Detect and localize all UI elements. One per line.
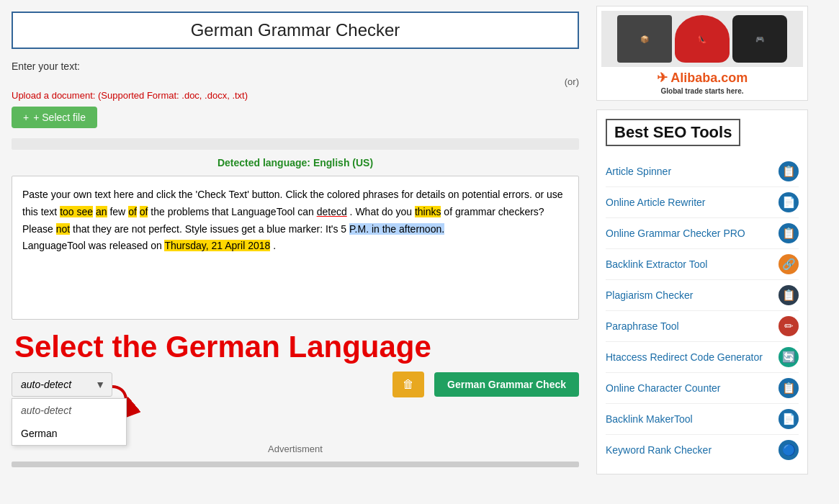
text-period: . [273,240,276,251]
seo-label-character-counter: Online Character Counter [606,382,779,394]
text-problems: the problems that LanguageTool can [151,206,316,217]
htaccess-redirect-icon: 🔄 [779,347,799,367]
seo-label-online-article-rewriter: Online Article Rewriter [606,197,779,208]
check-btn-bar [12,138,579,150]
main-content: German Grammar Checker Enter your text: … [0,0,591,480]
seo-tools-box: Best SEO Tools Article Spinner 📋 Online … [596,109,808,474]
plus-icon: + [23,112,29,123]
grammar-check-label: German Grammar Check [447,379,566,390]
seo-item-plagiarism-checker[interactable]: Plagiarism Checker 📋 [606,280,799,311]
product-box-icon: 📦 [617,15,672,63]
backlink-extractor-icon: 🔗 [779,254,799,274]
product-shoe-icon: 👠 [675,15,730,63]
seo-item-grammar-checker-pro[interactable]: Online Grammar Checker PRO 📋 [606,218,799,249]
highlight-too-see[interactable]: too see [60,206,93,217]
select-file-label: + Select file [33,112,86,123]
text-few: few [109,206,128,217]
select-file-button[interactable]: + + Select file [12,107,97,128]
upload-label: Upload a document: (Supported Format: .d… [12,90,579,101]
keyword-rank-checker-icon: 🔵 [779,440,799,460]
highlight-not[interactable]: not [56,223,70,235]
online-article-rewriter-icon: 📄 [779,192,799,212]
alibaba-tagline: Global trade starts here. [660,87,743,95]
grammar-check-button[interactable]: German Grammar Check [434,372,579,397]
seo-item-htaccess-redirect[interactable]: Htaccess Redirect Code Generator 🔄 [606,342,799,373]
sample-text-line1: Paste your own text here and click the '… [22,189,532,200]
overlay-text: Select the German Language [14,330,579,364]
ad-banner: 📦 👠 🎮 ✈ Alibaba.com Global trade starts … [596,6,808,101]
seo-label-htaccess-redirect: Htaccess Redirect Code Generator [606,351,779,363]
seo-item-online-article-rewriter[interactable]: Online Article Rewriter 📄 [606,187,799,218]
highlight-thinks[interactable]: thinks [415,206,441,217]
seo-label-plagiarism-checker: Plagiarism Checker [606,289,779,301]
seo-label-backlink-extractor: Backlink Extractor Tool [606,258,779,270]
paraphrase-tool-icon: ✏ [779,316,799,336]
language-dropdown-popup: auto-detect German [12,398,127,446]
page-title: German Grammar Checker [20,20,570,40]
seo-title: Best SEO Tools [614,123,732,142]
seo-label-paraphrase-tool: Paraphrase Tool [606,320,779,332]
page-title-box: German Grammar Checker [12,12,579,49]
seo-title-box: Best SEO Tools [606,119,740,146]
product-controller-icon: 🎮 [732,15,787,63]
trash-button[interactable]: 🗑 [392,372,424,397]
seo-item-backlink-maker[interactable]: Backlink MakerTool 📄 [606,404,799,435]
backlink-maker-icon: 📄 [779,409,799,429]
text-released: LanguageTool was released on [22,240,164,251]
plagiarism-checker-icon: 📋 [779,285,799,305]
text-output-area: Paste your own text here and click the '… [12,176,579,320]
text-not-perfect: that they are not perfect. Style issues … [73,223,349,235]
highlight-pm[interactable]: P.M. in the afternoon. [349,223,444,235]
dropdown-item-german[interactable]: German [12,422,126,445]
seo-item-article-spinner[interactable]: Article Spinner 📋 [606,156,799,187]
highlight-detecd[interactable]: detecd [317,206,347,217]
grammar-checker-pro-icon: 📋 [779,223,799,243]
highlight-of2[interactable]: of [140,206,148,217]
seo-item-backlink-extractor[interactable]: Backlink Extractor Tool 🔗 [606,249,799,280]
seo-label-backlink-maker: Backlink MakerTool [606,413,779,425]
seo-label-article-spinner: Article Spinner [606,166,779,177]
detected-language: Detected language: English (US) [12,157,579,168]
seo-item-paraphrase-tool[interactable]: Paraphrase Tool ✏ [606,311,799,342]
article-spinner-icon: 📋 [779,161,799,181]
enter-text-label: Enter your text: [12,60,579,72]
seo-label-keyword-rank-checker: Keyword Rank Checker [606,444,779,456]
ad-banner-inner: 📦 👠 🎮 [601,11,803,67]
seo-item-character-counter[interactable]: Online Character Counter 📋 [606,373,799,404]
trash-icon: 🗑 [403,378,414,390]
dropdown-item-autodetect[interactable]: auto-detect [12,399,126,422]
seo-item-keyword-rank-checker[interactable]: Keyword Rank Checker 🔵 [606,435,799,465]
sidebar: 📦 👠 🎮 ✈ Alibaba.com Global trade starts … [591,0,814,480]
highlight-an[interactable]: an [96,206,107,217]
character-counter-icon: 📋 [779,378,799,398]
bottom-bar [12,462,579,467]
seo-label-grammar-checker-pro: Online Grammar Checker PRO [606,228,779,239]
alibaba-logo: ✈ Alibaba.com Global trade starts here. [601,70,803,96]
or-label: (or) [12,76,579,87]
highlight-of1[interactable]: of [128,206,137,217]
highlight-date[interactable]: Thursday, 21 April 2018 [164,240,270,251]
text-what: . What do you [350,206,415,217]
